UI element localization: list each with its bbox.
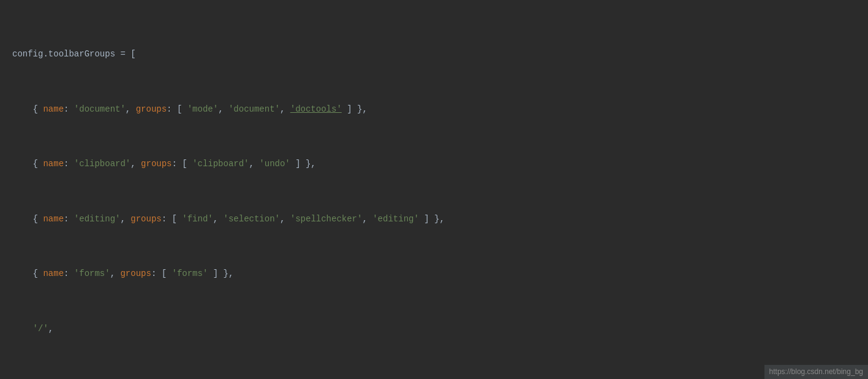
status-url: https://blog.csdn.net/bing_bg xyxy=(769,367,863,376)
code-line-7: { name: 'basicstyles', groups: [ 'basics… xyxy=(12,377,856,379)
code-editor: config.toolbarGroups = [ { name: 'docume… xyxy=(0,0,868,379)
code-line-4: { name: 'editing', groups: [ 'find', 'se… xyxy=(12,212,856,226)
code-line-3: { name: 'clipboard', groups: [ 'clipboar… xyxy=(12,157,856,170)
code-line-1: config.toolbarGroups = [ xyxy=(12,47,856,61)
status-bar: https://blog.csdn.net/bing_bg xyxy=(764,365,868,379)
code-line-6: '/', xyxy=(12,322,856,335)
code-line-5: { name: 'forms', groups: [ 'forms' ] }, xyxy=(12,267,856,280)
code-line-2: { name: 'document', groups: [ 'mode', 'd… xyxy=(12,102,856,116)
